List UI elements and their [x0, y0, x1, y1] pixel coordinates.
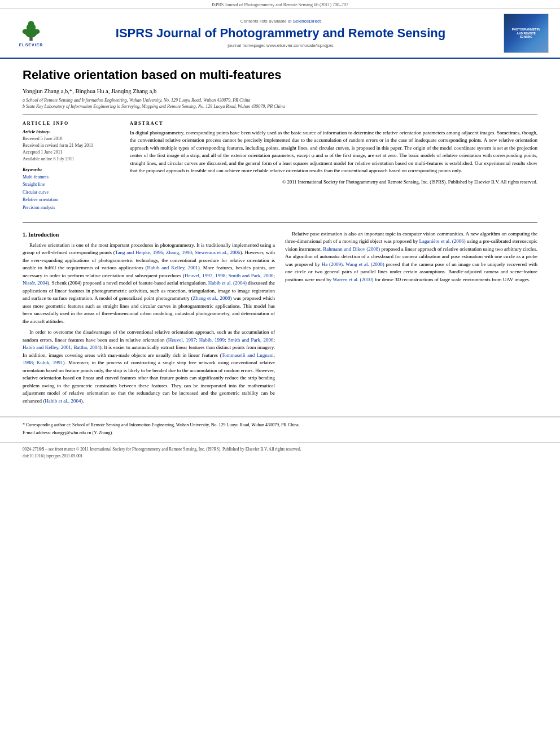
received-date: Received 5 June 2010 [23, 136, 119, 142]
sciencedirect-line: Contents lists available at ScienceDirec… [58, 19, 504, 24]
ref-tang-heipke[interactable]: Tang and Heipke, 1996 [115, 250, 163, 255]
affiliation-a: a School of Remote Sensing and Informati… [23, 98, 537, 103]
svg-point-3 [28, 20, 34, 27]
history-label: Article history: [23, 129, 119, 134]
elsevier-text: ELSEVIER [19, 43, 43, 47]
article-info-label: ARTICLE INFO [23, 121, 119, 126]
banner-left: ELSEVIER [11, 18, 58, 49]
bottom-doi: doi:10.1016/j.isprsjprs.2011.05.001 [23, 453, 537, 459]
journal-homepage: journal homepage: www.elsevier.com/locat… [58, 43, 504, 48]
keywords-section: Keywords: Multi-features Straight line C… [23, 167, 119, 212]
article-content: Relative orientation based on multi-feat… [0, 59, 560, 417]
sciencedirect-link[interactable]: ScienceDirect [293, 19, 321, 24]
keyword-straight-line[interactable]: Straight line [23, 181, 119, 189]
copyright-line: © 2011 International Society for Photogr… [130, 178, 537, 186]
accepted-date: Accepted 1 June 2011 [23, 149, 119, 156]
body-columns: 1. Introduction Relative orientation is … [23, 230, 537, 409]
received-revised-date: Received in revised form 21 May 2011 [23, 142, 119, 149]
ref-kubik[interactable]: Kubik, 1991 [37, 360, 63, 365]
article-info-col: ARTICLE INFO Article history: Received 5… [23, 121, 119, 216]
article-info-abstract: ARTICLE INFO Article history: Received 5… [23, 121, 537, 216]
ref-zhang-2008[interactable]: Zhang et al., 2008 [193, 295, 230, 301]
globe-text: PHOTOGRAMMETRYAND REMOTESENSING [512, 28, 540, 39]
keyword-relative-orientation[interactable]: Relative orientation [23, 196, 119, 204]
ref-smith-park-2000[interactable]: Smith and Park, 2000 [228, 337, 274, 343]
elsevier-logo: ELSEVIER [11, 18, 51, 49]
abstract-section: In digital photogrammetry, corresponding… [130, 129, 537, 186]
ref-rahmann[interactable]: Rahmann and Dikov (2008) [323, 246, 380, 252]
footnote-area: * Corresponding author at: School of Rem… [0, 417, 560, 442]
ref-stewénius[interactable]: Stewénius et al., 2006 [195, 250, 240, 255]
ref-ha[interactable]: Ha (2009) [322, 261, 343, 267]
ref-habib-1999[interactable]: Habib, 1999 [199, 337, 225, 343]
ref-heuvel-1997-1998[interactable]: Heuvel, 1997, 1998 [185, 273, 225, 278]
journal-citation: ISPRS Journal of Photogrammetry and Remo… [212, 2, 348, 7]
authors: Yongjun Zhang a,b,*, Binghua Hu a, Jianq… [23, 88, 156, 94]
abstract-col: ABSTRACT In digital photogrammetry, corr… [130, 121, 537, 216]
bottom-copyright: 0924-2716/$ – see front matter © 2011 In… [23, 446, 537, 452]
ref-smith-park[interactable]: Smith and Park, 2000 [229, 273, 274, 278]
footnote-email: E-mail address: zhangyj@whu.edu.cn (Y. Z… [23, 430, 537, 436]
authors-line: Yongjun Zhang a,b,*, Binghua Hu a, Jianq… [23, 88, 537, 94]
ref-nister[interactable]: Nistér, 2004 [23, 280, 47, 286]
keyword-circular-curve[interactable]: Circular curve [23, 189, 119, 196]
journal-top-bar: ISPRS Journal of Photogrammetry and Remo… [0, 0, 560, 9]
abstract-text: In digital photogrammetry, corresponding… [130, 129, 537, 175]
footnote-corresponding: * Corresponding author at: School of Rem… [23, 422, 537, 428]
body-col-left: 1. Introduction Relative orientation is … [23, 230, 275, 409]
ref-habib-kelley-2001b[interactable]: Habib and Kelley, 2001 [23, 344, 71, 350]
journal-cover-image: PHOTOGRAMMETRYAND REMOTESENSING [504, 14, 549, 53]
keywords-list: Multi-features Straight line Circular cu… [23, 173, 119, 212]
ref-habib-2004b[interactable]: Habib et al., 2004 [45, 398, 81, 404]
article-title: Relative orientation based on multi-feat… [23, 67, 537, 84]
ref-warren[interactable]: Warren et al. (2010) [333, 277, 373, 282]
ref-habib-2004[interactable]: Habib et al. (2004) [208, 280, 247, 286]
intro-para1: Relative orientation is one of the most … [23, 242, 275, 326]
ref-habib-kelley-2001[interactable]: Habib and Kelley, 2001 [147, 265, 198, 270]
divider-2 [23, 222, 537, 222]
intro-para2: In order to overcome the disadvantages o… [23, 329, 275, 405]
article-history: Article history: Received 5 June 2010 Re… [23, 129, 119, 163]
keywords-label: Keywords: [23, 167, 119, 172]
intro-heading: 1. Introduction [23, 230, 275, 239]
journal-globe: PHOTOGRAMMETRYAND REMOTESENSING [504, 14, 548, 53]
intro-para-right1: Relative pose estimation is also an impo… [285, 230, 537, 284]
ref-battha[interactable]: Battha, 2004 [74, 344, 100, 350]
banner-center: Contents lists available at ScienceDirec… [58, 19, 504, 48]
available-date: Available online 6 July 2011 [23, 156, 119, 163]
svg-point-5 [34, 29, 40, 34]
body-col-right: Relative pose estimation is also an impo… [285, 230, 537, 409]
journal-banner: ELSEVIER Contents lists available at Sci… [0, 9, 560, 59]
divider [23, 115, 537, 115]
affiliation-b: b State Key Laboratory of Information En… [23, 104, 537, 109]
ref-heuvel-1997[interactable]: Heuvel, 1997 [168, 337, 196, 343]
keyword-precision-analysis[interactable]: Precision analysis [23, 204, 119, 212]
bottom-bar: 0924-2716/$ – see front matter © 2011 In… [0, 442, 560, 462]
svg-point-4 [23, 29, 29, 34]
journal-title-banner: ISPRS Journal of Photogrammetry and Remo… [58, 26, 504, 41]
abstract-label: ABSTRACT [130, 121, 537, 126]
ref-laganiere[interactable]: Laganière et al. (2006) [419, 238, 466, 244]
ref-wang-2008[interactable]: Wang et al. (2008) [345, 261, 384, 267]
ref-zhang-1998[interactable]: Zhang, 1998 [166, 250, 192, 255]
keyword-multifeatures[interactable]: Multi-features [23, 173, 119, 181]
